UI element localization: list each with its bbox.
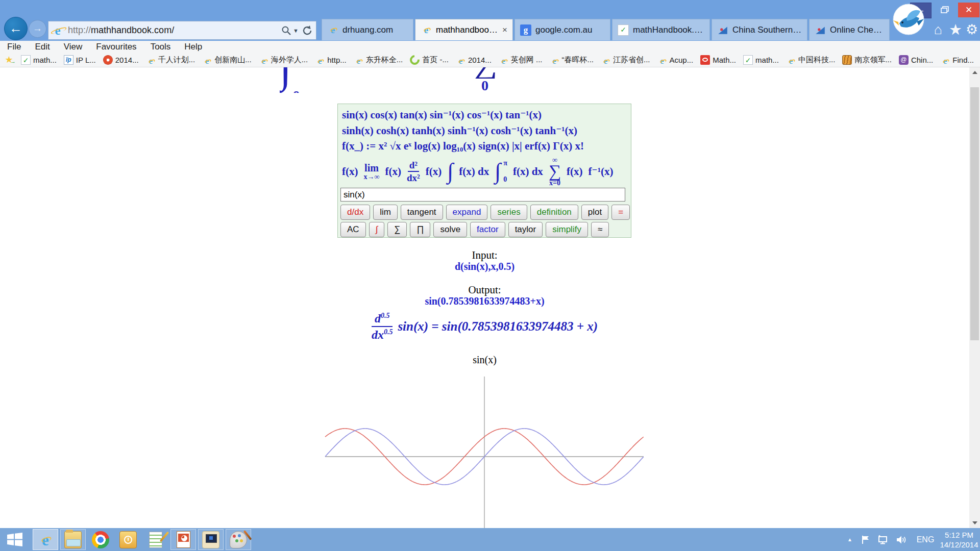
- panel-button-factor[interactable]: factor: [470, 222, 505, 237]
- scroll-down-arrow[interactable]: [969, 518, 980, 528]
- page-content: ∫0 ∑ 0 sin(x) cos(x) tan(x) sin⁻¹(x) cos…: [0, 67, 969, 528]
- menu-item-favourites[interactable]: Favourites: [96, 42, 136, 52]
- tab-online-check-in[interactable]: Online Check-in: [809, 19, 890, 40]
- menu-item-tools[interactable]: Tools: [151, 42, 171, 52]
- close-button[interactable]: ✕: [958, 3, 979, 17]
- favorite-item[interactable]: e千人计划...: [146, 55, 195, 65]
- tab-drhuang-com[interactable]: edrhuang.com: [322, 19, 413, 40]
- tray-overflow-arrow[interactable]: ▲: [843, 528, 856, 551]
- panel-button-plot[interactable]: plot: [581, 205, 608, 220]
- favorite-label: Chin...: [911, 56, 933, 64]
- settings-gear-icon[interactable]: ⚙: [964, 21, 980, 38]
- panel-button-lim[interactable]: lim: [373, 205, 398, 220]
- favorite-label: 海外学人...: [271, 55, 308, 65]
- favorite-item[interactable]: @Chin...: [899, 55, 933, 65]
- back-arrow-icon: ←: [9, 20, 22, 36]
- favorite-item[interactable]: eAcup...: [657, 55, 693, 65]
- menu-item-view[interactable]: View: [64, 42, 83, 52]
- favorite-item[interactable]: 2014...: [103, 55, 139, 65]
- panel-button-[interactable]: ∫: [369, 222, 385, 237]
- panel-button-series[interactable]: series: [491, 205, 527, 220]
- favorite-item[interactable]: Math...: [700, 55, 736, 65]
- sum-expression: ∞∑x=0: [549, 157, 561, 187]
- favorite-label: “春晖杯...: [561, 55, 594, 65]
- panel-button-[interactable]: ≈: [591, 222, 609, 237]
- favorite-item[interactable]: ★: [4, 55, 14, 65]
- panel-button-solve[interactable]: solve: [433, 222, 467, 237]
- panel-button-expand[interactable]: expand: [446, 205, 488, 220]
- forward-button[interactable]: →: [29, 20, 46, 38]
- favorite-item[interactable]: e海外学人...: [259, 55, 308, 65]
- back-button[interactable]: ←: [4, 17, 28, 40]
- tab-strip: edrhuang.comemathhandbook.com×ggoogle.co…: [322, 19, 891, 41]
- tab-mathhandbook-com-[interactable]: ✓mathHandbook.com -...: [612, 19, 710, 40]
- taskbar-app-paint[interactable]: [226, 529, 251, 550]
- bird-logo-icon[interactable]: [892, 3, 925, 36]
- tab-mathhandbook-com[interactable]: emathhandbook.com×: [415, 19, 513, 40]
- favorite-item[interactable]: e中国科技...: [786, 55, 836, 65]
- favorite-item[interactable]: ehttp...: [315, 55, 347, 65]
- taskbar-app-outlook[interactable]: [115, 529, 141, 550]
- favorite-item[interactable]: e2014...: [456, 55, 492, 65]
- outlook-icon: [119, 531, 137, 548]
- favorite-item[interactable]: 南京领军...: [842, 55, 892, 65]
- favorite-item[interactable]: ✓math...: [743, 55, 779, 65]
- menu-item-edit[interactable]: Edit: [35, 42, 50, 52]
- search-icon[interactable]: [281, 25, 292, 36]
- favorite-item[interactable]: ïpIP L...: [64, 55, 96, 65]
- favorite-item[interactable]: ✓math...: [21, 55, 57, 65]
- panel-button-ac[interactable]: AC: [340, 222, 366, 237]
- menu-item-file[interactable]: File: [7, 42, 21, 52]
- favorites-star-icon[interactable]: ★: [947, 21, 964, 38]
- panel-button-tangent[interactable]: tangent: [401, 205, 443, 220]
- sum-glyph: ∑: [473, 67, 497, 79]
- panel-button-[interactable]: =: [611, 205, 630, 220]
- math-token: f(x): [385, 165, 401, 178]
- taskbar-app-notepad[interactable]: [143, 529, 168, 550]
- panel-button-[interactable]: ∑: [387, 222, 407, 237]
- vertical-scrollbar[interactable]: [969, 67, 980, 528]
- network-icon[interactable]: [875, 528, 891, 551]
- limit-expression: limx→∞: [363, 163, 379, 181]
- menu-item-help[interactable]: Help: [184, 42, 202, 52]
- ie-icon: e: [499, 55, 508, 65]
- expression-input[interactable]: [340, 188, 625, 202]
- taskbar-app-presentation-display[interactable]: [198, 529, 224, 550]
- panel-button-row-2: AC∫∑∏solvefactortaylorsimplify≈: [340, 222, 612, 237]
- taskbar-app-chrome[interactable]: [88, 529, 113, 550]
- favorite-item[interactable]: e英创网 ...: [499, 55, 543, 65]
- restore-button[interactable]: [934, 3, 956, 17]
- favorite-item[interactable]: e东升杯全...: [354, 55, 403, 65]
- panel-button-[interactable]: ∏: [410, 222, 430, 237]
- tab-china-southern-airline-[interactable]: China Southern Airline...: [712, 19, 807, 40]
- taskbar-app-internet-explorer[interactable]: e: [33, 529, 58, 550]
- tab-label: China Southern Airline...: [732, 25, 802, 35]
- start-button[interactable]: [0, 528, 30, 551]
- scrollbar-thumb[interactable]: [970, 87, 979, 340]
- panel-button-ddx[interactable]: d/dx: [340, 205, 370, 220]
- panel-button-taylor[interactable]: taylor: [508, 222, 543, 237]
- favorite-item[interactable]: eFind...: [940, 55, 974, 65]
- refresh-icon[interactable]: [302, 25, 313, 36]
- volume-icon[interactable]: [893, 528, 910, 551]
- action-center-flag-icon[interactable]: [859, 528, 873, 551]
- favorite-item[interactable]: 首页 -...: [410, 55, 449, 65]
- favorite-item[interactable]: e“春晖杯...: [549, 55, 594, 65]
- language-indicator[interactable]: ENG: [914, 528, 937, 551]
- taskbar-app-powerpoint[interactable]: [170, 529, 196, 550]
- clock[interactable]: 5:12 PM 14/12/2014: [939, 528, 979, 551]
- address-bar[interactable]: e http://mathhandbook.com/ ▼: [48, 21, 316, 40]
- result-formula: d0.5 dx0.5 sin(x) = sin(0.78539816339744…: [0, 312, 969, 341]
- address-url[interactable]: http://mathhandbook.com/: [68, 25, 279, 36]
- search-dropdown-caret-icon[interactable]: ▼: [293, 28, 299, 34]
- taskbar-app-file-explorer[interactable]: [60, 529, 86, 550]
- scroll-up-arrow[interactable]: [969, 67, 980, 78]
- panel-button-simplify[interactable]: simplify: [546, 222, 588, 237]
- tab-close-icon[interactable]: ×: [502, 25, 507, 35]
- panel-button-definition[interactable]: definition: [530, 205, 578, 220]
- home-icon[interactable]: ⌂: [930, 21, 946, 38]
- favorite-item[interactable]: e创新南山...: [202, 55, 252, 65]
- favorite-item[interactable]: e江苏省创...: [601, 55, 650, 65]
- math-token: f(x): [426, 165, 442, 178]
- tab-google-com-au[interactable]: ggoogle.com.au: [514, 19, 610, 40]
